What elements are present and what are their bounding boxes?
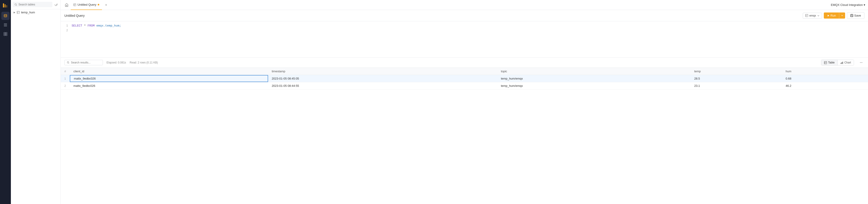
cell-timestamp-2: 2023-01-05 08:44:55 bbox=[268, 82, 497, 90]
new-tab-button[interactable]: + bbox=[103, 2, 109, 8]
results-table-wrap: # client_id timestamp topic temp hum 1 bbox=[61, 68, 868, 204]
search-input[interactable] bbox=[19, 3, 51, 6]
code-content-2 bbox=[72, 28, 73, 33]
view-table-button[interactable]: Table bbox=[821, 60, 837, 65]
run-label: Run bbox=[831, 14, 836, 17]
app-logo bbox=[2, 2, 9, 9]
db-selector[interactable]: emqx bbox=[803, 13, 822, 19]
run-button[interactable]: Run bbox=[824, 12, 839, 19]
svg-rect-7 bbox=[4, 32, 5, 34]
results-table-header-row: # client_id timestamp topic temp hum bbox=[61, 68, 868, 75]
view-chart-label: Chart bbox=[844, 61, 851, 64]
col-header-temp: temp bbox=[690, 68, 782, 75]
emqx-cloud-integration-label[interactable]: EMQX Cloud Integration ▾ bbox=[831, 3, 865, 6]
svg-rect-5 bbox=[4, 25, 7, 25]
keyword-from: FROM bbox=[88, 24, 94, 27]
save-label: Save bbox=[854, 14, 861, 17]
results-search-icon bbox=[67, 61, 69, 64]
chevron-right-icon: ▶ bbox=[13, 11, 16, 13]
col-header-topic: topic bbox=[497, 68, 690, 75]
cell-client-id-1[interactable]: mattx_9edbc026 bbox=[70, 75, 268, 82]
tab-untitled-query[interactable]: Untitled Query bbox=[71, 0, 102, 10]
svg-rect-0 bbox=[3, 3, 4, 7]
code-line-1: 1 SELECT * FROM emqx.temp_hum; bbox=[64, 24, 864, 28]
svg-rect-17 bbox=[851, 16, 853, 17]
db-chevron-icon bbox=[817, 14, 819, 17]
svg-rect-20 bbox=[841, 63, 841, 64]
query-title: Untitled Query bbox=[64, 14, 85, 18]
cell-timestamp-1: 2023-01-05 08:45:05 bbox=[268, 75, 497, 82]
results-read: Read: 2 rows (0.11 KB) bbox=[130, 61, 158, 64]
save-icon bbox=[850, 14, 853, 17]
more-options-button[interactable] bbox=[858, 59, 864, 66]
refresh-button[interactable] bbox=[53, 2, 59, 7]
star-wildcard: * bbox=[84, 24, 88, 27]
search-box[interactable] bbox=[13, 2, 52, 7]
keyword-select: SELECT bbox=[72, 24, 82, 27]
code-editor[interactable]: 1 SELECT * FROM emqx.temp_hum; 2 bbox=[61, 21, 868, 58]
col-header-timestamp: timestamp bbox=[268, 68, 497, 75]
results-search-input[interactable] bbox=[71, 61, 100, 64]
code-content-1: SELECT * FROM emqx.temp_hum; bbox=[72, 24, 121, 28]
col-header-client-id: client_id bbox=[70, 68, 268, 75]
table-icon bbox=[17, 11, 20, 14]
view-table-label: Table bbox=[828, 61, 835, 64]
results-table: # client_id timestamp topic temp hum 1 bbox=[61, 68, 868, 90]
table-row[interactable]: 2 mattx_9edbc026 2023-01-05 08:44:55 tem… bbox=[61, 82, 868, 90]
cell-hum-2: 46.2 bbox=[782, 82, 868, 90]
sidebar-icon-database[interactable] bbox=[1, 12, 9, 20]
query-area: Untitled Query emqx bbox=[61, 10, 868, 204]
sidebar-icon-settings[interactable] bbox=[1, 30, 9, 38]
svg-point-23 bbox=[860, 62, 861, 63]
table-row[interactable]: 1 mattx_9edbc026 2023-01-05 08:45:05 tem… bbox=[61, 75, 868, 82]
tab-unsaved-dot bbox=[98, 4, 99, 5]
cell-client-id-1-inner: mattx_9edbc026 bbox=[70, 75, 268, 82]
results-search-box[interactable] bbox=[64, 60, 103, 65]
left-panel: ▶ temp_hum bbox=[11, 0, 61, 204]
table-item-temp-hum[interactable]: ▶ temp_hum bbox=[11, 9, 61, 16]
cell-temp-1: 28.5 bbox=[690, 75, 782, 82]
view-chart-button[interactable]: Chart bbox=[837, 60, 854, 65]
home-button[interactable] bbox=[63, 2, 70, 8]
results-area: Elapsed: 0.081s Read: 2 rows (0.11 KB) T… bbox=[61, 58, 868, 204]
svg-rect-8 bbox=[6, 32, 7, 34]
left-panel-header bbox=[11, 0, 61, 9]
cell-row-num-1: 1 bbox=[61, 75, 70, 82]
results-view-toggle: Table Chart bbox=[821, 60, 854, 65]
line-number-2: 2 bbox=[64, 28, 68, 33]
chart-view-icon bbox=[840, 61, 843, 64]
col-header-num: # bbox=[61, 68, 70, 75]
table-name: temp_hum bbox=[21, 11, 35, 14]
sidebar-icons bbox=[0, 0, 11, 204]
svg-point-3 bbox=[4, 14, 7, 16]
results-table-body: 1 mattx_9edbc026 2023-01-05 08:45:05 tem… bbox=[61, 75, 868, 90]
run-dropdown-button[interactable] bbox=[839, 12, 845, 19]
results-table-head: # client_id timestamp topic temp hum bbox=[61, 68, 868, 75]
tab-label: Untitled Query bbox=[78, 3, 96, 6]
run-chevron-icon bbox=[841, 14, 843, 17]
cell-client-id-2: mattx_9edbc026 bbox=[70, 82, 268, 90]
svg-rect-10 bbox=[6, 34, 7, 36]
svg-rect-4 bbox=[4, 24, 7, 24]
search-icon bbox=[14, 3, 17, 6]
query-tab-icon bbox=[73, 3, 76, 6]
cell-topic-2: temp_hum/emqx bbox=[497, 82, 690, 90]
cell-topic-1: temp_hum/emqx bbox=[497, 75, 690, 82]
results-toolbar: Elapsed: 0.081s Read: 2 rows (0.11 KB) T… bbox=[61, 58, 868, 68]
svg-rect-2 bbox=[6, 5, 7, 7]
svg-rect-19 bbox=[824, 61, 827, 64]
cell-row-num-2: 2 bbox=[61, 82, 70, 90]
col-header-hum: hum bbox=[782, 68, 868, 75]
svg-rect-21 bbox=[841, 62, 842, 64]
svg-rect-14 bbox=[805, 14, 808, 17]
svg-point-25 bbox=[862, 62, 862, 63]
sidebar-icon-list[interactable] bbox=[1, 21, 9, 29]
cell-hum-1: 0.68 bbox=[782, 75, 868, 82]
cell-temp-2: 23.1 bbox=[690, 82, 782, 90]
save-button[interactable]: Save bbox=[847, 12, 864, 19]
svg-rect-6 bbox=[4, 26, 7, 26]
code-line-2: 2 bbox=[64, 28, 864, 33]
svg-rect-16 bbox=[851, 14, 852, 15]
svg-rect-9 bbox=[4, 34, 5, 36]
top-bar-right: EMQX Cloud Integration ▾ bbox=[831, 3, 865, 6]
